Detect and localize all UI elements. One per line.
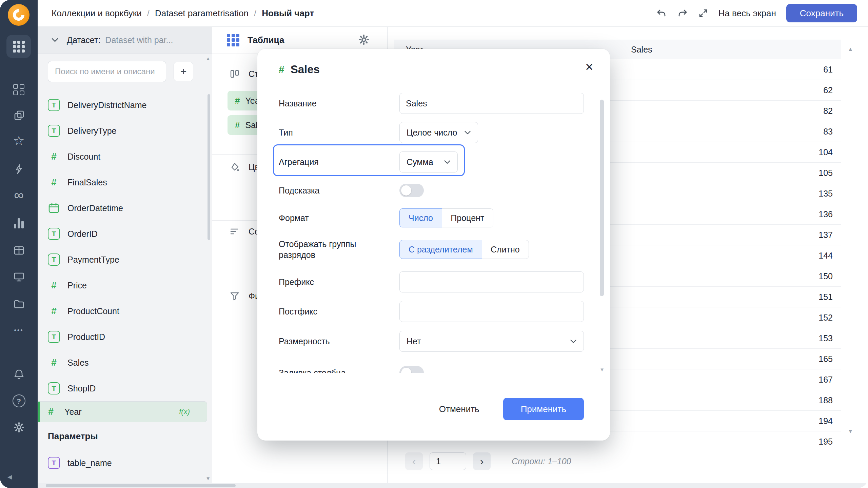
filter-icon (230, 291, 240, 301)
format-label: Формат (279, 212, 399, 224)
save-button[interactable]: Сохранить (786, 4, 857, 22)
prev-page-button[interactable]: ‹ (405, 452, 423, 470)
undo-button[interactable] (656, 8, 667, 19)
rail-item-dashboards[interactable] (0, 269, 38, 285)
tooltip-toggle[interactable] (399, 184, 424, 197)
digit-groups-option-plain[interactable]: Слитно (481, 240, 529, 259)
aggregation-select[interactable]: Сумма (399, 151, 458, 172)
close-dialog-button[interactable]: × (581, 59, 597, 75)
dialog-scroll-down-icon[interactable]: ▼ (599, 367, 605, 372)
close-icon: × (585, 59, 593, 75)
fullscreen-label[interactable]: На весь экран (718, 8, 776, 19)
rail-item-collections[interactable] (0, 108, 38, 123)
field-item[interactable]: T DeliveryType (38, 118, 207, 144)
field-item[interactable]: T DeliveryDistrictName (38, 92, 207, 118)
chevron-down-icon[interactable] (51, 38, 59, 42)
name-input[interactable] (399, 93, 584, 114)
field-item[interactable]: OrderDatetime (38, 195, 207, 221)
format-row: Формат Число Процент (279, 204, 584, 232)
type-row: Тип Целое число (279, 118, 584, 147)
rail-item-quick-actions[interactable] (0, 161, 38, 177)
rail-item-more[interactable]: ••• (0, 323, 38, 338)
horizontal-scrollbar-thumb[interactable] (46, 484, 236, 487)
horizontal-scrollbar[interactable] (38, 483, 868, 488)
field-name: DeliveryDistrictName (67, 100, 146, 110)
rail-item-settings[interactable] (0, 420, 38, 435)
prefix-input[interactable] (399, 271, 584, 292)
field-item[interactable]: T ProductID (38, 324, 207, 350)
table-scroll-up-icon[interactable]: ▲ (848, 46, 853, 52)
sales-cell: 105 (818, 163, 833, 183)
digit-groups-option-separator[interactable]: С разделителем (399, 240, 482, 259)
app-switcher-button[interactable] (6, 35, 31, 58)
field-item[interactable]: # Price (38, 272, 207, 298)
breadcrumb-collections[interactable]: Коллекции и воркбуки (52, 8, 142, 19)
format-option-percent[interactable]: Процент (441, 208, 493, 227)
format-option-number[interactable]: Число (399, 208, 442, 227)
table-scroll-down-icon[interactable]: ▼ (848, 428, 853, 434)
collapse-sidebar-button[interactable]: ◀ (7, 473, 12, 481)
postfix-label: Постфикс (279, 306, 399, 317)
squares-icon (13, 84, 24, 95)
field-item[interactable]: # Sales (38, 350, 207, 375)
cancel-button[interactable]: Отменить (430, 399, 488, 419)
monitor-icon (13, 271, 25, 283)
digit-groups-label: Отображать группы разрядов (279, 239, 399, 261)
parameter-item[interactable]: T table_name (38, 450, 207, 476)
dialog-scrollbar-thumb[interactable] (600, 100, 604, 296)
field-item[interactable]: # ProductCount (38, 298, 207, 324)
viz-settings-button[interactable] (358, 34, 370, 45)
breadcrumb-workbook[interactable]: Dataset parametrisation (155, 8, 249, 19)
sales-cell: 104 (818, 142, 833, 162)
datalens-logo-icon[interactable] (8, 4, 29, 26)
sales-cell: 194 (818, 411, 833, 431)
add-field-button[interactable]: + (174, 62, 193, 81)
sales-cell: 82 (823, 101, 833, 121)
field-item[interactable]: # FinalSales (38, 169, 207, 195)
table-viz-icon[interactable] (227, 34, 239, 46)
sales-cell: 195 (818, 431, 833, 452)
next-page-button[interactable]: › (473, 452, 491, 470)
field-item-selected[interactable]: # Year f(x) (38, 401, 207, 422)
fields-scroll-down-icon[interactable]: ▼ (205, 475, 211, 481)
column-fill-label: Заливка столбца (279, 367, 399, 373)
apply-button[interactable]: Применить (503, 398, 584, 420)
ellipsis-icon: ••• (14, 327, 24, 333)
rail-item-help[interactable]: ? (0, 393, 38, 409)
parameter-type-icon: T (48, 457, 60, 469)
visualization-title[interactable]: Таблица (248, 35, 284, 45)
dimension-label: Размерность (279, 336, 399, 347)
field-item[interactable]: T ShopID (38, 375, 207, 401)
string-type-icon: T (48, 228, 60, 240)
rail-item-datasets[interactable] (0, 243, 38, 258)
column-header-sales[interactable]: Sales (631, 40, 652, 59)
rail-item-connections[interactable]: ∞ (0, 187, 38, 203)
formula-badge-icon: f(x) (179, 407, 190, 416)
field-item[interactable]: T PaymentType (38, 247, 207, 272)
fields-scroll-up-icon[interactable]: ▲ (205, 56, 211, 61)
rail-item-workbooks[interactable] (0, 82, 38, 97)
rail-item-favorites[interactable]: ☆ (0, 133, 38, 148)
format-segmented-control: Число Процент (399, 208, 493, 227)
sales-cell: 188 (818, 390, 833, 410)
column-fill-toggle[interactable] (399, 366, 424, 373)
field-name: ShopID (67, 384, 96, 393)
sales-cell: 83 (823, 121, 833, 142)
redo-button[interactable] (677, 8, 688, 19)
rail-item-charts[interactable] (0, 216, 38, 231)
page-number-input[interactable] (430, 452, 466, 470)
type-select[interactable]: Целое число (399, 122, 478, 143)
rail-item-notifications[interactable] (0, 367, 38, 382)
breadcrumb: Коллекции и воркбуки / Dataset parametri… (52, 0, 314, 26)
rail-item-files[interactable] (0, 296, 38, 312)
fields-scrollbar-thumb[interactable] (208, 94, 210, 240)
fullscreen-button[interactable] (698, 8, 708, 18)
fill-color-icon (230, 162, 240, 172)
field-item[interactable]: # Discount (38, 144, 207, 169)
dimension-select[interactable]: Нет (399, 331, 584, 352)
field-name: OrderID (67, 229, 98, 239)
field-item[interactable]: T OrderID (38, 221, 207, 247)
dataset-name-link[interactable]: Dataset with par... (105, 35, 173, 45)
postfix-input[interactable] (399, 301, 584, 322)
field-search-input[interactable] (54, 66, 160, 77)
